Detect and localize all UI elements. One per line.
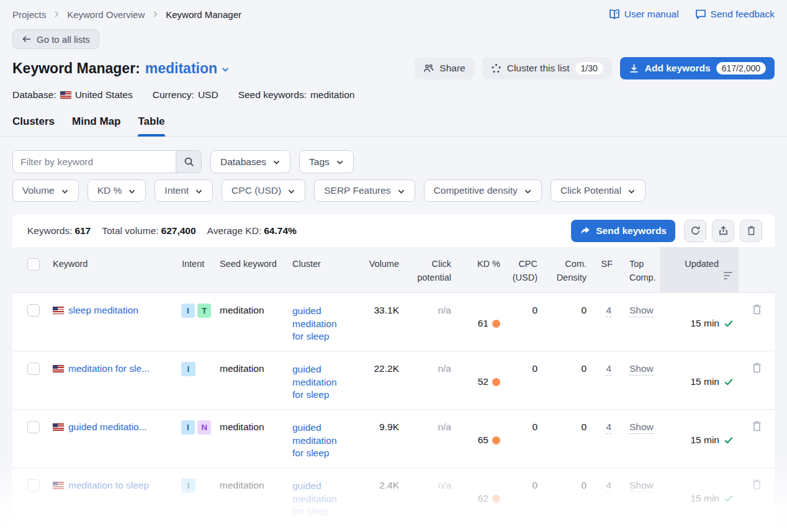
column-header-click-potential[interactable]: Click potential [404, 247, 456, 292]
delete-row-icon[interactable] [752, 479, 762, 490]
breadcrumb-projects[interactable]: Projects [12, 9, 46, 20]
intent-badges: I [180, 468, 211, 526]
column-header-top-comp[interactable]: Top Comp. [618, 247, 660, 292]
send-keywords-button[interactable]: Send keywords [571, 220, 675, 242]
cluster-link[interactable]: guided meditation for sleep [292, 363, 349, 402]
column-header-updated[interactable]: Updated [660, 247, 739, 292]
top-competitors-show-link[interactable]: Show [629, 363, 654, 376]
share-people-icon [423, 63, 434, 74]
column-header-intent[interactable]: Intent [180, 247, 211, 292]
delete-list-button[interactable] [740, 220, 762, 242]
export-icon [718, 225, 729, 236]
column-header-keyword[interactable]: Keyword [47, 247, 180, 292]
delete-row-icon[interactable] [752, 362, 762, 374]
column-header-seed-keyword[interactable]: Seed keyword [211, 247, 279, 292]
keyword-filter-group [12, 150, 202, 173]
cpc-filter-dropdown[interactable]: CPC (USD) [222, 179, 305, 202]
intent-filter-dropdown[interactable]: Intent [155, 179, 213, 202]
keyword-link[interactable]: sleep meditation [68, 305, 138, 316]
intent-badge-I: I [181, 304, 195, 318]
select-all-cell [12, 247, 47, 292]
kd-value: 61 [478, 318, 488, 329]
cluster-link[interactable]: guided meditation for sleep [292, 480, 349, 518]
row-checkbox-cell [12, 293, 47, 351]
check-icon [724, 318, 734, 328]
breadcrumb-keyword-overview[interactable]: Keyword Overview [67, 9, 145, 20]
share-button[interactable]: Share [415, 57, 474, 79]
delete-row-icon[interactable] [752, 304, 762, 315]
volume-filter-dropdown[interactable]: Volume [12, 179, 79, 202]
keywords-count-stat: Keywords:617 [27, 225, 91, 237]
column-header-sf[interactable]: SF [591, 247, 618, 292]
list-stats: Keywords:617 Total volume:627,400 Averag… [27, 225, 297, 237]
add-keywords-button[interactable]: Add keywords 617/2,000 [620, 57, 775, 79]
serp-features-filter-dropdown[interactable]: SERP Features [314, 179, 415, 202]
column-header-kd[interactable]: KD % [456, 247, 505, 292]
volume-value: 2.4K [359, 468, 404, 526]
add-keywords-count-badge: 617/2,000 [716, 62, 766, 74]
column-header-com-density[interactable]: Com. Density [542, 247, 591, 292]
tab-clusters[interactable]: Clusters [12, 115, 55, 136]
com-density-value: 0 [542, 351, 591, 409]
databases-dropdown[interactable]: Databases [210, 150, 290, 173]
breadcrumb-keyword-manager: Keyword Manager [166, 9, 241, 20]
cluster-link[interactable]: guided meditation for sleep [292, 305, 349, 343]
kd-cell: 65 [456, 410, 505, 467]
cluster-cell: guided meditation for sleep [279, 468, 359, 526]
keyword-filter-input[interactable] [13, 151, 176, 173]
us-flag-icon [53, 307, 64, 314]
row-checkbox[interactable] [27, 479, 40, 492]
updated-value: 15 min [690, 435, 719, 446]
chevron-right-icon [151, 10, 160, 19]
kd-cell: 52 [456, 351, 505, 409]
database-label: Database: [12, 89, 56, 101]
column-header-cluster[interactable]: Cluster [279, 247, 359, 292]
row-checkbox[interactable] [27, 421, 40, 433]
tags-dropdown[interactable]: Tags [299, 150, 354, 173]
user-manual-link[interactable]: User manual [609, 9, 679, 20]
select-all-checkbox[interactable] [27, 258, 40, 271]
search-button[interactable] [176, 151, 201, 173]
refresh-button[interactable] [684, 220, 706, 242]
keyword-cell: sleep meditation [47, 293, 180, 351]
keyword-link[interactable]: meditation for sle... [68, 363, 150, 374]
stats-bar: Keywords:617 Total volume:627,400 Averag… [12, 214, 775, 247]
updated-header-label: Updated [685, 257, 719, 271]
kd-filter-dropdown[interactable]: KD % [88, 179, 146, 202]
page-title-prefix: Keyword Manager: [12, 60, 140, 77]
column-header-cpc[interactable]: CPC (USD) [505, 247, 542, 292]
competitive-density-filter-dropdown[interactable]: Competitive density [424, 179, 542, 202]
send-feedback-link[interactable]: Send feedback [695, 9, 775, 20]
com-density-value: 0 [542, 410, 591, 467]
column-header-volume[interactable]: Volume [359, 247, 404, 292]
serp-features-link[interactable]: 4 [606, 305, 611, 317]
list-name-dropdown[interactable]: meditation [145, 60, 230, 77]
row-checkbox[interactable] [27, 304, 40, 317]
top-competitors-show-link[interactable]: Show [629, 422, 654, 434]
serp-features-link[interactable]: 4 [606, 363, 611, 376]
keyword-link[interactable]: guided meditatio... [68, 422, 147, 433]
cluster-this-list-button[interactable]: Cluster this list 1/30 [482, 57, 612, 79]
us-flag-icon [53, 365, 64, 372]
tab-mind-map[interactable]: Mind Map [72, 115, 120, 136]
serp-features-link[interactable]: 4 [606, 480, 611, 492]
export-button[interactable] [712, 220, 734, 242]
cluster-link[interactable]: guided meditation for sleep [292, 422, 349, 460]
go-to-all-lists-button[interactable]: Go to all lists [12, 29, 99, 49]
tab-table[interactable]: Table [138, 115, 164, 136]
serp-features-link[interactable]: 4 [606, 422, 611, 434]
keyword-link[interactable]: meditation to sleep [68, 480, 149, 491]
delete-row-icon[interactable] [752, 420, 762, 432]
updated-value: 15 min [690, 376, 719, 387]
top-comp-cell: Show [618, 293, 660, 351]
row-checkbox[interactable] [27, 363, 40, 375]
row-actions-cell [739, 293, 775, 351]
click-potential-value: n/a [404, 293, 456, 351]
cluster-cell: guided meditation for sleep [279, 351, 359, 409]
top-competitors-show-link[interactable]: Show [629, 305, 654, 317]
intent-badge-I: I [181, 479, 196, 493]
top-bar: Projects Keyword Overview Keyword Manage… [0, 0, 787, 20]
title-row: Keyword Manager: meditation Share Cluste… [12, 57, 775, 79]
click-potential-filter-dropdown[interactable]: Click Potential [551, 179, 645, 202]
top-competitors-show-link[interactable]: Show [629, 480, 654, 492]
